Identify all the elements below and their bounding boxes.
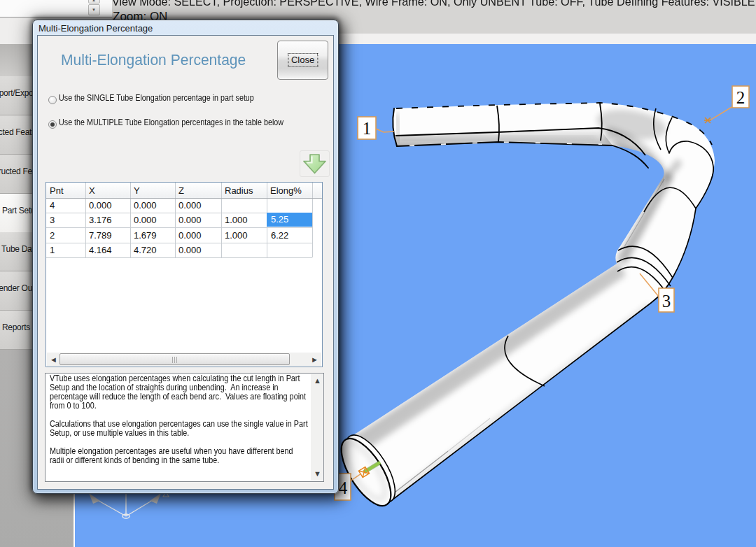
svg-text:3: 3 [662, 292, 671, 311]
svg-text:4: 4 [339, 478, 348, 497]
svg-text:1: 1 [363, 119, 372, 138]
svg-text:2: 2 [736, 88, 746, 107]
